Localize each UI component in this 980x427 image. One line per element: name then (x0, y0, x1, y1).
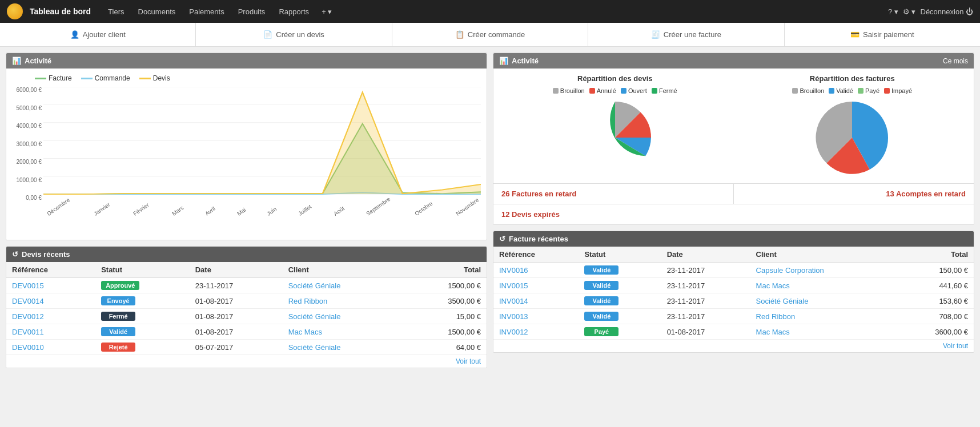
client-link[interactable]: Capsule Corporation (756, 266, 824, 275)
nav-rapports[interactable]: Rapports (273, 7, 315, 16)
create-commande-button[interactable]: 📋 Créer commande (392, 23, 588, 46)
factures-pie-title: Répartition des factures (810, 74, 895, 83)
app-title: Tableau de bord (30, 7, 91, 16)
total-cell: 1500,00 € (403, 324, 487, 340)
col-date: Date (190, 262, 283, 278)
date-cell: 23-11-2017 (661, 293, 750, 309)
factures-pie-col: Répartition des factures Brouillon Valid… (737, 74, 969, 178)
nav-produits[interactable]: Produits (232, 7, 271, 16)
date-cell: 01-08-2017 (661, 324, 750, 340)
create-commande-label: Créer commande (468, 30, 525, 39)
nav-documents[interactable]: Documents (132, 7, 182, 16)
devis-ref-link[interactable]: DEV0010 (12, 343, 44, 352)
status-badge: Validé (101, 327, 135, 336)
factures-retard-alert[interactable]: 26 Factures en retard (493, 184, 734, 204)
client-link[interactable]: Mac Macs (756, 328, 790, 336)
right-column: 📊 Activité Ce mois Répartition des devis… (493, 53, 974, 368)
invoice-icon: 🧾 (651, 30, 660, 39)
total-cell: 441,60 € (894, 278, 974, 293)
logout-button[interactable]: Déconnexion ⏻ (921, 7, 974, 16)
app-logo (7, 3, 23, 19)
saisir-paiement-button[interactable]: 💳 Saisir paiement (785, 23, 980, 46)
table-row: DEV0014 Envoyé 01-08-2017 Red Ribbon 350… (6, 293, 487, 309)
help-button[interactable]: ? ▾ (888, 7, 898, 16)
saisir-paiement-label: Saisir paiement (863, 30, 914, 39)
facture-ref-link[interactable]: INV0013 (499, 312, 528, 321)
client-link[interactable]: Société Géniale (756, 297, 809, 305)
status-badge: Payé (584, 327, 618, 336)
activity-chart-card: 📊 Activité Facture Commande Devis (6, 53, 487, 240)
factures-recentes-header: ↺ Facture récentes (493, 231, 974, 247)
activity-period: Ce mois (943, 57, 968, 65)
client-link[interactable]: Mac Macs (756, 281, 790, 290)
settings-button[interactable]: ⚙ ▾ (903, 7, 916, 16)
devis-voir-tout[interactable]: Voir tout (6, 355, 487, 368)
svg-marker-8 (43, 92, 481, 195)
client-link[interactable]: Mac Macs (288, 328, 322, 336)
total-cell: 3500,00 € (403, 293, 487, 309)
status-badge: Approuvé (101, 281, 139, 290)
facture-ref-link[interactable]: INV0014 (499, 297, 528, 305)
total-cell: 3600,00 € (894, 324, 974, 340)
client-link[interactable]: Société Géniale (288, 312, 341, 321)
total-cell: 708,00 € (894, 309, 974, 324)
payment-icon: 💳 (850, 30, 859, 39)
alert-row: 26 Factures en retard 13 Acomptes en ret… (493, 183, 974, 204)
activity-pie-card: 📊 Activité Ce mois Répartition des devis… (493, 53, 974, 225)
acomptes-retard-alert[interactable]: 13 Acomptes en retard (734, 184, 974, 204)
facture-ref-link[interactable]: INV0016 (499, 266, 528, 275)
create-facture-button[interactable]: 🧾 Créer une facture (588, 23, 784, 46)
client-link[interactable]: Société Géniale (288, 343, 341, 352)
fcol-client: Client (750, 247, 894, 263)
table-row: INV0015 Validé 23-11-2017 Mac Macs 441,6… (493, 278, 974, 293)
facture-ref-link[interactable]: INV0015 (499, 281, 528, 290)
pie-section: Répartition des devis Brouillon Annulé O… (493, 69, 974, 183)
nav-paiements[interactable]: Paiements (183, 7, 230, 16)
devis-recents-title: Devis récents (22, 250, 70, 259)
activity-chart-title: Activité (25, 57, 51, 65)
devis-expires-alert[interactable]: 12 Devis expirés (493, 204, 974, 224)
legend-facture: Facture (35, 74, 72, 82)
create-devis-label: Créer un devis (276, 30, 324, 39)
factures-voir-tout[interactable]: Voir tout (493, 340, 974, 352)
devis-recents-header: ↺ Devis récents (6, 247, 487, 262)
date-cell: 23-11-2017 (661, 263, 750, 278)
left-column: 📊 Activité Facture Commande Devis (6, 53, 487, 368)
activity-chart-header: 📊 Activité (6, 53, 487, 69)
date-cell: 01-08-2017 (190, 309, 283, 324)
col-client: Client (283, 262, 403, 278)
create-facture-label: Créer une facture (664, 30, 721, 39)
factures-table: Référence Statut Date Client Total INV00… (493, 247, 974, 340)
create-devis-button[interactable]: 📄 Créer un devis (196, 23, 392, 46)
total-cell: 15,00 € (403, 309, 487, 324)
main-content: 📊 Activité Facture Commande Devis (0, 47, 980, 374)
status-badge: Validé (584, 265, 618, 275)
devis-ref-link[interactable]: DEV0015 (12, 281, 44, 290)
devis-recents-card: ↺ Devis récents Référence Statut Date Cl… (6, 246, 487, 368)
total-cell: 64,00 € (403, 340, 487, 355)
table-row: DEV0010 Rejeté 05-07-2017 Société Génial… (6, 340, 487, 355)
devis-ref-link[interactable]: DEV0011 (12, 328, 44, 336)
total-cell: 153,60 € (894, 293, 974, 309)
col-ref: Référence (6, 262, 95, 278)
client-link[interactable]: Red Ribbon (288, 297, 328, 305)
fcol-date: Date (661, 247, 750, 263)
client-link[interactable]: Red Ribbon (756, 312, 796, 321)
devis-ref-link[interactable]: DEV0014 (12, 297, 44, 305)
nav-tiers[interactable]: Tiers (102, 7, 130, 16)
devis-ref-link[interactable]: DEV0012 (12, 312, 44, 321)
table-row: INV0014 Validé 23-11-2017 Société Génial… (493, 293, 974, 309)
add-client-button[interactable]: 👤 Ajouter client (0, 23, 196, 46)
date-cell: 23-11-2017 (661, 278, 750, 293)
facture-ref-link[interactable]: INV0012 (499, 328, 528, 336)
nav-plus[interactable]: + ▾ (317, 7, 336, 16)
chart-svg (43, 87, 481, 195)
client-link[interactable]: Société Géniale (288, 281, 341, 290)
devis-pie-title: Répartition des devis (577, 74, 652, 83)
refresh-icon: ↺ (12, 250, 18, 259)
topnav-right: ? ▾ ⚙ ▾ Déconnexion ⏻ (888, 7, 973, 16)
fcol-ref: Référence (493, 247, 579, 263)
status-badge: Validé (584, 281, 618, 290)
activity-pie-title: Activité (512, 57, 539, 65)
fcol-total: Total (894, 247, 974, 263)
